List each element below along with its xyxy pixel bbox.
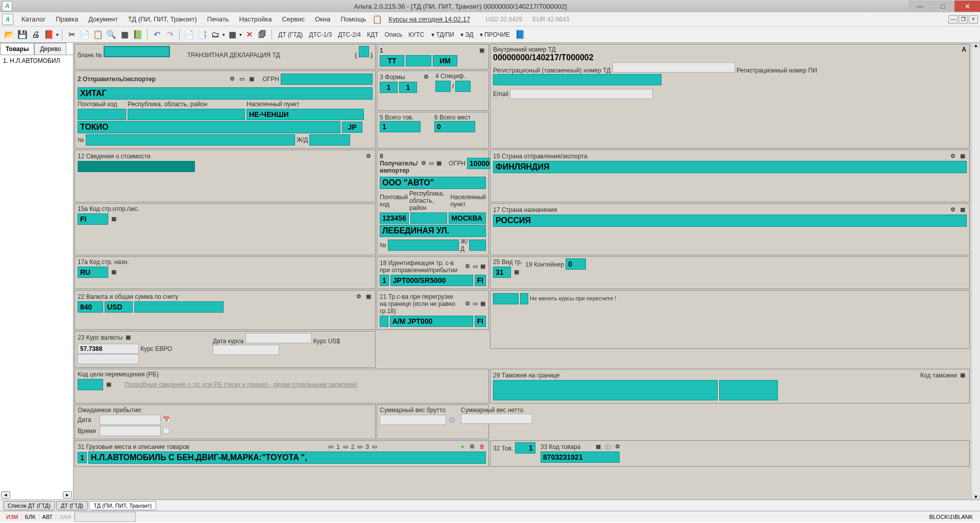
- rate-usd[interactable]: [213, 345, 279, 355]
- find-icon[interactable]: 🔍: [105, 29, 117, 41]
- goods-list-item[interactable]: 1. Н.Л.АВТОМОБИЛ: [1, 56, 72, 65]
- menu-правка[interactable]: Правка: [51, 15, 83, 23]
- gear-icon[interactable]: ⚙: [469, 443, 476, 450]
- cut-icon[interactable]: ✂: [65, 29, 78, 41]
- gear-icon[interactable]: ⚙: [355, 293, 362, 300]
- tb-КДТ[interactable]: КДТ: [364, 31, 381, 38]
- cost-input[interactable]: [78, 161, 195, 172]
- delete-icon[interactable]: 🗑: [478, 443, 485, 450]
- gear-icon[interactable]: ⚙: [465, 263, 470, 270]
- sender-region[interactable]: [128, 109, 245, 120]
- sidebar-tab-tree[interactable]: Дерево: [34, 43, 66, 55]
- reg-pi-input[interactable]: [493, 74, 662, 85]
- b25[interactable]: 31: [493, 267, 511, 278]
- flag-icon[interactable]: ▦: [365, 293, 372, 300]
- tb-ЭД[interactable]: ▾ ЭД: [457, 31, 477, 38]
- b21-3[interactable]: FI: [475, 316, 486, 327]
- sender-ogrn[interactable]: [281, 74, 373, 85]
- mdi-restore[interactable]: ❐: [959, 15, 968, 23]
- minimize-button[interactable]: —: [909, 1, 932, 12]
- gear-icon[interactable]: ⚙: [421, 160, 426, 167]
- dispatch-country[interactable]: ФИНЛЯНДИЯ: [493, 161, 967, 173]
- b21-1[interactable]: [380, 316, 388, 327]
- docs-icon[interactable]: 🗐: [256, 29, 268, 41]
- forms-1[interactable]: 1: [380, 82, 398, 93]
- bottom-tab-list[interactable]: Список ДТ (ГТД): [3, 501, 55, 510]
- recipient-name[interactable]: ООО "АВТО": [380, 177, 486, 189]
- note-icon[interactable]: ▭: [238, 76, 246, 83]
- info-icon[interactable]: ⓘ: [448, 416, 455, 423]
- paste-icon[interactable]: 📋: [92, 29, 104, 41]
- b23[interactable]: 57.7388: [78, 344, 139, 354]
- note-icon[interactable]: ▭: [327, 443, 334, 450]
- rec-zhd[interactable]: [469, 240, 486, 251]
- sender-city-code[interactable]: ТОКИО: [78, 121, 340, 133]
- note-icon[interactable]: ▭: [473, 300, 478, 307]
- rate-eur[interactable]: [78, 354, 139, 364]
- b22-sum[interactable]: [134, 301, 224, 313]
- dispatch-code[interactable]: FI: [78, 213, 108, 225]
- copy-doc-icon[interactable]: 📑: [196, 29, 208, 41]
- rate-check[interactable]: [520, 293, 528, 304]
- sender-postcode[interactable]: [78, 109, 126, 120]
- maximize-button[interactable]: □: [932, 1, 954, 12]
- menu-каталог[interactable]: Каталог: [16, 15, 51, 23]
- b18-1[interactable]: 1: [380, 275, 389, 286]
- b18-2[interactable]: JPT000/SR5000: [390, 275, 473, 286]
- redo-icon[interactable]: ↷: [164, 29, 176, 41]
- bottom-tab-td[interactable]: ТД (ПИ, ПИТ, Транзит): [89, 501, 156, 510]
- tb-ПРОЧИЕ[interactable]: ▾ ПРОЧИЕ: [477, 31, 513, 38]
- rec-num[interactable]: [388, 240, 459, 251]
- dest-code[interactable]: RU: [78, 267, 108, 278]
- gear-icon[interactable]: ⚙: [949, 206, 957, 213]
- book-icon[interactable]: 📗: [132, 29, 144, 41]
- gear-icon[interactable]: ⚙: [365, 153, 372, 160]
- help-icon[interactable]: 📘: [514, 29, 526, 41]
- sender-city[interactable]: НЕ-ЧЕНШИ: [247, 109, 364, 120]
- rate-flag[interactable]: [493, 293, 519, 304]
- calendar-icon[interactable]: 📕: [43, 29, 55, 41]
- menu-помощь[interactable]: Помощь: [335, 15, 371, 23]
- box1-tt[interactable]: ТТ: [380, 55, 404, 66]
- details-link[interactable]: Подробные сведения о т/с для РБ (тягач и…: [125, 381, 357, 388]
- menu-тд (пи, пит, транзит)[interactable]: ТД (ПИ, ПИТ, Транзит): [123, 15, 202, 23]
- menu-сервис[interactable]: Сервис: [277, 15, 310, 23]
- decl-type-input[interactable]: [359, 46, 369, 57]
- sender-country[interactable]: JP: [342, 122, 362, 133]
- rates-link[interactable]: Курсы на сегодня 14.02.17: [383, 15, 475, 23]
- note-icon[interactable]: ▭: [473, 263, 478, 270]
- flag-icon[interactable]: ▦: [480, 300, 485, 307]
- b32[interactable]: 1: [515, 442, 535, 454]
- tb-ТД/ПИ[interactable]: ▾ ТД/ПИ: [428, 31, 457, 38]
- menu-документ[interactable]: Документ: [83, 15, 123, 23]
- grid-icon[interactable]: ▦: [118, 29, 131, 41]
- flag-icon[interactable]: ▦: [959, 153, 966, 160]
- flag-icon[interactable]: ▦: [248, 76, 255, 83]
- multi-doc-icon[interactable]: 🗂: [209, 29, 222, 41]
- flag-icon[interactable]: ▦: [105, 381, 112, 388]
- flag-icon[interactable]: ▦: [959, 372, 966, 379]
- close-button[interactable]: ✕: [954, 1, 980, 12]
- gear-icon[interactable]: ⚙: [614, 443, 621, 450]
- b33[interactable]: 8703231921: [541, 451, 620, 463]
- delete-icon[interactable]: ✕: [243, 29, 255, 41]
- bottom-tab-dt[interactable]: ДТ (ГТД): [56, 501, 88, 510]
- note-icon[interactable]: ▭: [371, 443, 378, 450]
- gear-icon[interactable]: ⚙: [229, 76, 236, 83]
- b31-idx[interactable]: 1: [78, 452, 87, 463]
- tb-ДТС-2/4[interactable]: ДТС-2/4: [335, 31, 364, 38]
- box1-mid[interactable]: [406, 55, 431, 66]
- scroll-left-icon[interactable]: ◄: [1, 491, 10, 498]
- reg-customs-input[interactable]: [612, 62, 735, 73]
- rate-date[interactable]: [246, 333, 312, 343]
- spec-1[interactable]: [435, 81, 451, 92]
- save-icon[interactable]: 💾: [16, 29, 29, 41]
- net-weight[interactable]: [461, 414, 532, 424]
- total-places[interactable]: 0: [434, 121, 475, 132]
- flag-icon[interactable]: ▦: [478, 47, 485, 54]
- menu-печать[interactable]: Печать: [202, 15, 234, 23]
- tb-ДТ (ГТД)[interactable]: ДТ (ГТД): [275, 31, 306, 38]
- note-icon[interactable]: ▭: [356, 443, 363, 450]
- mdi-close[interactable]: ×: [969, 15, 978, 23]
- b22-curr[interactable]: USD: [105, 301, 133, 313]
